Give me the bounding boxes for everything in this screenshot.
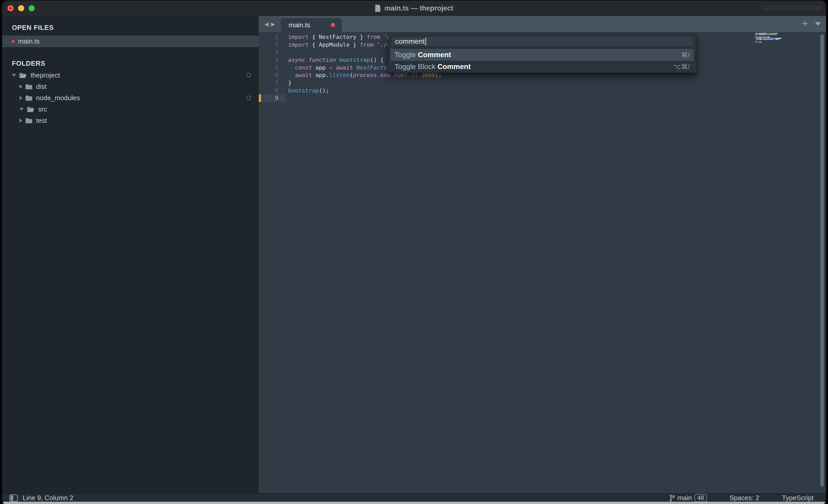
folder-status-circle-icon xyxy=(246,96,251,100)
minimap-token xyxy=(760,42,761,43)
minimap-token xyxy=(755,42,760,43)
document-icon xyxy=(375,4,381,12)
tab-actions: + xyxy=(802,16,821,32)
chevron-right-icon[interactable] xyxy=(19,119,22,123)
open-file-main-ts[interactable]: main.ts xyxy=(2,36,259,47)
syntax-language[interactable]: TypeScript xyxy=(782,494,814,502)
tree-item-label: src xyxy=(38,105,47,113)
minimap-token xyxy=(761,38,762,39)
main-split: OPEN FILES main.ts FOLDERS theprojectdis… xyxy=(2,16,826,493)
git-change-count-badge: 48 xyxy=(695,494,707,502)
line-number: 7 xyxy=(259,79,286,87)
code-line: } xyxy=(286,79,826,87)
tab-scroll-right-icon[interactable]: ▶ xyxy=(271,21,275,27)
tab-label: main.ts xyxy=(289,21,310,29)
chevron-down-icon[interactable] xyxy=(19,108,24,110)
sidebar: OPEN FILES main.ts FOLDERS theprojectdis… xyxy=(2,16,259,493)
minimap[interactable] xyxy=(755,33,794,48)
minimap-token xyxy=(768,37,770,37)
tab-scroll-left-icon[interactable]: ◀ xyxy=(264,21,268,27)
minimap-token xyxy=(756,38,759,39)
statusbar-right: main 48 Spaces: 2 TypeScript xyxy=(669,494,814,502)
desktop-edge xyxy=(3,502,825,504)
minimap-token xyxy=(758,37,762,37)
minimap-token xyxy=(776,34,777,35)
tab-main-ts[interactable]: main.ts xyxy=(281,18,342,32)
tree-item-dist[interactable]: dist xyxy=(2,81,259,92)
app-window: main.ts — theproject UNREGISTERED OPEN F… xyxy=(2,1,826,502)
chevron-right-icon[interactable] xyxy=(19,85,22,89)
minimap-token xyxy=(770,33,777,34)
window-title-group: main.ts — theproject xyxy=(2,1,826,16)
folder-tree: theprojectdistnode_modulessrctest xyxy=(2,70,259,126)
minimap-token xyxy=(761,39,764,40)
cursor-position[interactable]: Line 9, Column 2 xyxy=(23,494,74,502)
minimap-token xyxy=(755,33,758,34)
git-branch-icon xyxy=(669,494,675,502)
minimap-token xyxy=(759,39,761,40)
git-branch-name: main xyxy=(677,494,692,502)
minimap-token xyxy=(776,39,778,40)
registration-status: UNREGISTERED xyxy=(763,1,821,16)
folder-status-circle-icon xyxy=(246,73,251,78)
window-title: main.ts — theproject xyxy=(384,4,453,12)
minimap-token xyxy=(755,34,758,35)
folder-icon xyxy=(25,118,33,124)
line-number: 2 xyxy=(259,41,286,49)
tree-item-src[interactable]: src xyxy=(2,103,259,115)
chevron-right-icon[interactable] xyxy=(19,96,22,100)
line-number: 8 xyxy=(259,87,286,94)
minimap-token xyxy=(766,34,768,35)
minimap-token xyxy=(762,38,765,39)
minimap-token xyxy=(755,37,758,37)
minimap-token xyxy=(772,38,775,39)
minimap-token xyxy=(769,34,776,35)
command-palette-input[interactable]: comment xyxy=(391,36,694,47)
modified-dot-icon xyxy=(12,40,15,43)
result-text: Toggle Block xyxy=(395,62,438,71)
line-number: 3 xyxy=(259,48,286,56)
status-bar: Line 9, Column 2 main 48 Spaces: 2 TypeS… xyxy=(2,493,826,502)
folders-header: FOLDERS xyxy=(2,59,259,67)
result-shortcut: ⌘/ xyxy=(681,51,690,59)
tab-bar: ◀ ▶ main.ts + xyxy=(259,16,826,32)
line-number-gutter: 123456789 xyxy=(259,33,286,102)
tab-scroll-buttons: ◀ ▶ xyxy=(259,16,281,32)
result-shortcut: ⌥⌘/ xyxy=(673,63,690,71)
tab-modified-dot-icon xyxy=(331,23,335,27)
command-palette-results: Toggle Comment⌘/Toggle Block Comment⌥⌘/ xyxy=(391,49,694,73)
tree-item-label: node_modules xyxy=(36,94,80,102)
line-number: 6 xyxy=(259,71,286,79)
toggle-sidebar-icon[interactable] xyxy=(9,494,18,502)
tree-item-label: theproject xyxy=(30,71,60,79)
titlebar: main.ts — theproject UNREGISTERED xyxy=(2,1,826,16)
text-caret xyxy=(425,38,426,45)
code-area[interactable]: 123456789 import { NestFactory } from '@… xyxy=(259,32,826,493)
minimap-token xyxy=(775,38,782,39)
minimap-token xyxy=(774,39,775,40)
tree-item-label: dist xyxy=(36,83,46,91)
palette-result-toggle-block-comment[interactable]: Toggle Block Comment⌥⌘/ xyxy=(391,61,694,73)
tree-item-test[interactable]: test xyxy=(2,115,259,126)
result-match-text: Comment xyxy=(418,51,451,59)
tree-item-node_modules[interactable]: node_modules xyxy=(2,92,259,103)
command-palette: comment Toggle Comment⌘/Toggle Block Com… xyxy=(388,34,696,73)
tree-item-label: test xyxy=(36,117,47,125)
new-tab-icon[interactable]: + xyxy=(802,18,808,29)
line-number: 1 xyxy=(259,33,286,41)
indentation-setting[interactable]: Spaces: 2 xyxy=(730,494,759,502)
palette-query-text: comment xyxy=(395,37,425,46)
minimap-token xyxy=(778,39,779,40)
palette-result-toggle-comment[interactable]: Toggle Comment⌘/ xyxy=(391,49,694,61)
git-branch-status[interactable]: main 48 xyxy=(669,494,707,502)
minimap-token xyxy=(756,39,759,40)
chevron-down-icon[interactable] xyxy=(12,74,16,77)
tab-overflow-menu-icon[interactable] xyxy=(815,22,821,26)
vertical-scrollbar[interactable] xyxy=(820,34,824,487)
folder-icon xyxy=(25,95,33,101)
line-number: 9 xyxy=(259,94,286,102)
code-line xyxy=(286,94,826,102)
minimap-token xyxy=(759,34,765,35)
tree-item-theproject[interactable]: theproject xyxy=(2,70,259,81)
minimap-token xyxy=(759,38,761,39)
